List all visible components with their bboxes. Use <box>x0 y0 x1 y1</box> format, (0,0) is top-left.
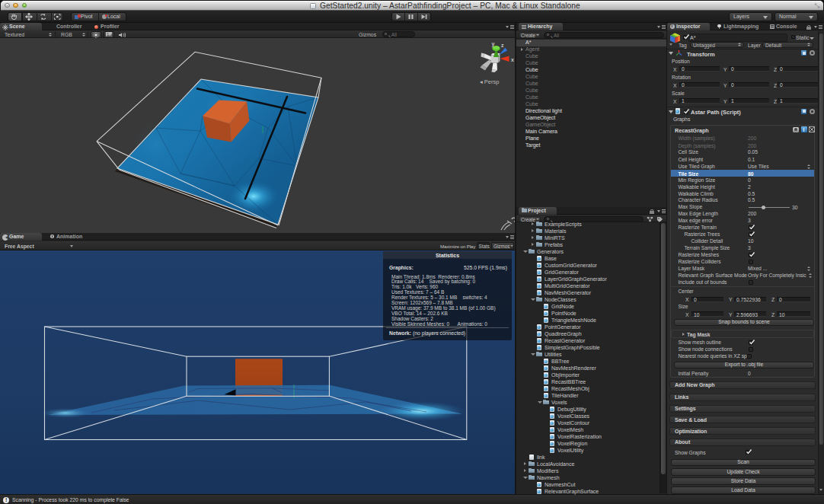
svg-text:y: y <box>492 41 495 47</box>
svg-text:x: x <box>511 57 514 62</box>
svg-text:◂ Persp: ◂ Persp <box>480 78 499 85</box>
svg-text:z: z <box>501 43 504 48</box>
